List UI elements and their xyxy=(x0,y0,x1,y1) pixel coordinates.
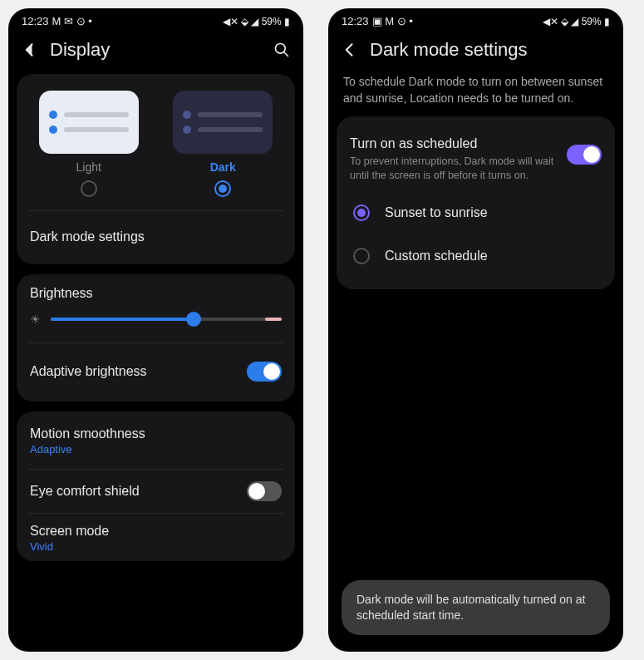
theme-option-light[interactable]: Light xyxy=(30,91,148,197)
sunset-sunrise-option[interactable]: Sunset to sunrise xyxy=(350,191,602,234)
status-notif-icons: M ✉ ⊙ • xyxy=(52,15,92,27)
light-preview-icon xyxy=(39,91,139,154)
light-label: Light xyxy=(76,160,101,174)
display-options-card: Motion smoothness Adaptive Eye comfort s… xyxy=(17,411,295,561)
toast-message: Dark mode will be automatically turned o… xyxy=(342,580,610,635)
search-icon[interactable] xyxy=(273,42,290,58)
page-title: Display xyxy=(50,39,262,61)
status-notif-icons: ▣ M ⊙ • xyxy=(372,15,413,27)
page-title: Dark mode settings xyxy=(370,39,610,61)
custom-schedule-label: Custom schedule xyxy=(385,249,488,264)
dark-mode-settings-link[interactable]: Dark mode settings xyxy=(30,221,282,253)
brightness-label: Brightness xyxy=(30,286,282,301)
status-time: 12:23 xyxy=(342,15,369,27)
eye-comfort-toggle[interactable] xyxy=(247,481,282,501)
turn-on-scheduled-desc: To prevent interruptions, Dark mode will… xyxy=(350,155,557,183)
theme-option-dark[interactable]: Dark xyxy=(165,91,283,197)
theme-card: Light Dark Dark mode settings xyxy=(17,74,295,264)
light-radio[interactable] xyxy=(81,180,97,197)
motion-smoothness-row[interactable]: Motion smoothness Adaptive xyxy=(30,423,282,464)
custom-schedule-radio[interactable] xyxy=(353,248,370,264)
header: Dark mode settings xyxy=(328,31,623,74)
display-settings-screen: 12:23 M ✉ ⊙ • ◀✕ ⬙ ◢ 59% ▮ Display Light xyxy=(8,8,303,652)
status-bar: 12:23 M ✉ ⊙ • ◀✕ ⬙ ◢ 59% ▮ xyxy=(8,8,303,31)
custom-schedule-option[interactable]: Custom schedule xyxy=(350,234,602,278)
screen-mode-row[interactable]: Screen mode Vivid xyxy=(30,517,282,556)
schedule-card: Turn on as scheduled To prevent interrup… xyxy=(337,116,615,289)
status-right-icons: ◀✕ ⬙ ◢ 59% ▮ xyxy=(223,16,290,27)
svg-line-1 xyxy=(284,52,288,57)
dark-radio[interactable] xyxy=(214,180,231,197)
sunset-sunrise-label: Sunset to sunrise xyxy=(385,205,488,220)
dark-label: Dark xyxy=(210,160,236,174)
brightness-slider[interactable] xyxy=(51,318,282,321)
status-right-icons: ◀✕ ⬙ ◢ 59% ▮ xyxy=(543,16,610,27)
brightness-card: Brightness ☀ Adaptive brightness xyxy=(17,274,295,401)
adaptive-brightness-row[interactable]: Adaptive brightness xyxy=(30,353,282,390)
sunset-sunrise-radio[interactable] xyxy=(353,204,370,221)
location-info-text: To schedule Dark mode to turn on between… xyxy=(328,74,623,116)
adaptive-brightness-toggle[interactable] xyxy=(247,362,282,382)
back-icon[interactable] xyxy=(342,42,358,58)
brightness-icon: ☀ xyxy=(30,313,41,326)
turn-on-scheduled-label: Turn on as scheduled xyxy=(350,136,557,151)
back-icon[interactable] xyxy=(22,42,38,58)
dark-mode-settings-screen: 12:23 ▣ M ⊙ • ◀✕ ⬙ ◢ 59% ▮ Dark mode set… xyxy=(328,8,623,652)
eye-comfort-row[interactable]: Eye comfort shield xyxy=(30,473,282,510)
status-time: 12:23 xyxy=(22,15,49,27)
status-bar: 12:23 ▣ M ⊙ • ◀✕ ⬙ ◢ 59% ▮ xyxy=(328,8,623,31)
header: Display xyxy=(8,31,303,74)
turn-on-scheduled-toggle[interactable] xyxy=(567,145,602,165)
dark-preview-icon xyxy=(173,91,273,154)
